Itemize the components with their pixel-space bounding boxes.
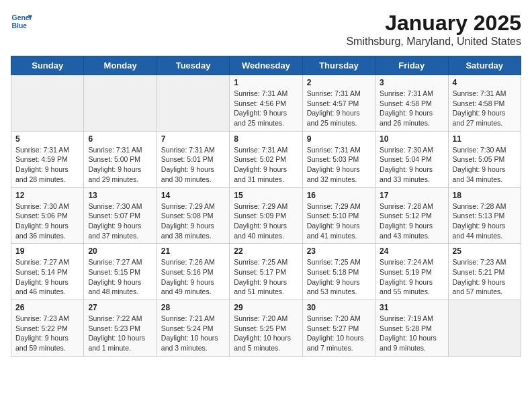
calendar-day-cell: 8Sunrise: 7:31 AM Sunset: 5:02 PM Daylig…	[230, 131, 302, 187]
calendar-day-cell: 12Sunrise: 7:30 AM Sunset: 5:06 PM Dayli…	[11, 187, 84, 244]
calendar-day-cell: 1Sunrise: 7:31 AM Sunset: 4:56 PM Daylig…	[230, 75, 302, 132]
weekday-header-sunday: Sunday	[11, 56, 84, 75]
day-info: Sunrise: 7:29 AM Sunset: 5:10 PM Dayligh…	[307, 201, 371, 241]
location-title: Smithsburg, Maryland, United States	[346, 36, 521, 48]
day-number: 1	[234, 78, 298, 87]
day-info: Sunrise: 7:31 AM Sunset: 5:02 PM Dayligh…	[234, 145, 298, 185]
day-info: Sunrise: 7:30 AM Sunset: 5:05 PM Dayligh…	[453, 145, 517, 185]
day-number: 14	[161, 191, 225, 200]
day-info: Sunrise: 7:31 AM Sunset: 5:01 PM Dayligh…	[161, 145, 225, 185]
calendar-day-cell: 13Sunrise: 7:30 AM Sunset: 5:07 PM Dayli…	[84, 187, 157, 244]
calendar-day-cell: 19Sunrise: 7:27 AM Sunset: 5:14 PM Dayli…	[11, 244, 84, 300]
calendar-day-cell: 27Sunrise: 7:22 AM Sunset: 5:23 PM Dayli…	[84, 300, 157, 357]
calendar-day-cell: 10Sunrise: 7:30 AM Sunset: 5:04 PM Dayli…	[375, 131, 448, 187]
month-title: January 2025	[346, 11, 521, 36]
day-info: Sunrise: 7:31 AM Sunset: 4:57 PM Dayligh…	[307, 89, 371, 128]
day-number: 5	[15, 134, 79, 144]
day-info: Sunrise: 7:25 AM Sunset: 5:17 PM Dayligh…	[234, 257, 298, 297]
weekday-header-monday: Monday	[84, 56, 157, 75]
day-info: Sunrise: 7:31 AM Sunset: 4:59 PM Dayligh…	[15, 145, 79, 185]
day-number: 30	[307, 303, 371, 312]
calendar-day-cell	[448, 300, 521, 357]
svg-text:Blue: Blue	[12, 22, 28, 30]
logo: General Blue	[11, 11, 32, 32]
calendar-day-cell: 20Sunrise: 7:27 AM Sunset: 5:15 PM Dayli…	[84, 244, 157, 300]
day-number: 8	[234, 134, 298, 144]
day-number: 17	[380, 191, 443, 200]
calendar-day-cell: 7Sunrise: 7:31 AM Sunset: 5:01 PM Daylig…	[157, 131, 229, 187]
day-info: Sunrise: 7:22 AM Sunset: 5:23 PM Dayligh…	[88, 314, 152, 353]
calendar-day-cell: 5Sunrise: 7:31 AM Sunset: 4:59 PM Daylig…	[11, 131, 84, 187]
calendar-week-4: 19Sunrise: 7:27 AM Sunset: 5:14 PM Dayli…	[11, 244, 521, 300]
day-number: 10	[380, 134, 443, 144]
calendar-day-cell: 4Sunrise: 7:31 AM Sunset: 4:58 PM Daylig…	[448, 75, 521, 132]
day-info: Sunrise: 7:27 AM Sunset: 5:15 PM Dayligh…	[88, 257, 152, 297]
calendar-day-cell: 11Sunrise: 7:30 AM Sunset: 5:05 PM Dayli…	[448, 131, 521, 187]
day-number: 29	[234, 303, 298, 312]
day-info: Sunrise: 7:24 AM Sunset: 5:19 PM Dayligh…	[380, 257, 443, 297]
calendar-day-cell: 6Sunrise: 7:31 AM Sunset: 5:00 PM Daylig…	[84, 131, 157, 187]
day-info: Sunrise: 7:19 AM Sunset: 5:28 PM Dayligh…	[380, 314, 443, 353]
day-number: 4	[453, 78, 517, 87]
day-info: Sunrise: 7:30 AM Sunset: 5:04 PM Dayligh…	[380, 145, 443, 185]
weekday-header-saturday: Saturday	[448, 56, 521, 75]
calendar-week-3: 12Sunrise: 7:30 AM Sunset: 5:06 PM Dayli…	[11, 187, 521, 244]
day-number: 13	[88, 191, 152, 200]
day-info: Sunrise: 7:31 AM Sunset: 4:56 PM Dayligh…	[234, 89, 298, 128]
calendar-table: SundayMondayTuesdayWednesdayThursdayFrid…	[11, 56, 521, 357]
day-info: Sunrise: 7:31 AM Sunset: 4:58 PM Dayligh…	[380, 89, 443, 128]
day-info: Sunrise: 7:29 AM Sunset: 5:09 PM Dayligh…	[234, 201, 298, 241]
day-number: 7	[161, 134, 225, 144]
day-info: Sunrise: 7:28 AM Sunset: 5:12 PM Dayligh…	[380, 201, 443, 241]
calendar-week-1: 1Sunrise: 7:31 AM Sunset: 4:56 PM Daylig…	[11, 75, 521, 132]
calendar-day-cell: 25Sunrise: 7:23 AM Sunset: 5:21 PM Dayli…	[448, 244, 521, 300]
weekday-header-friday: Friday	[375, 56, 448, 75]
day-info: Sunrise: 7:27 AM Sunset: 5:14 PM Dayligh…	[15, 257, 79, 297]
day-number: 15	[234, 191, 298, 200]
day-number: 26	[15, 303, 79, 312]
day-number: 22	[234, 246, 298, 256]
calendar-day-cell: 26Sunrise: 7:23 AM Sunset: 5:22 PM Dayli…	[11, 300, 84, 357]
calendar-day-cell: 21Sunrise: 7:26 AM Sunset: 5:16 PM Dayli…	[157, 244, 229, 300]
day-number: 18	[453, 191, 517, 200]
day-number: 9	[307, 134, 371, 144]
calendar-day-cell: 14Sunrise: 7:29 AM Sunset: 5:08 PM Dayli…	[157, 187, 229, 244]
day-number: 6	[88, 134, 152, 144]
day-info: Sunrise: 7:31 AM Sunset: 5:03 PM Dayligh…	[307, 145, 371, 185]
day-number: 31	[380, 303, 443, 312]
weekday-header-wednesday: Wednesday	[230, 56, 302, 75]
weekday-header-thursday: Thursday	[302, 56, 375, 75]
calendar-day-cell: 18Sunrise: 7:28 AM Sunset: 5:13 PM Dayli…	[448, 187, 521, 244]
header: General Blue January 2025 Smithsburg, Ma…	[11, 11, 521, 48]
day-number: 25	[453, 246, 517, 256]
weekday-header-row: SundayMondayTuesdayWednesdayThursdayFrid…	[11, 56, 521, 75]
day-number: 21	[161, 246, 225, 256]
calendar-day-cell: 31Sunrise: 7:19 AM Sunset: 5:28 PM Dayli…	[375, 300, 448, 357]
day-info: Sunrise: 7:25 AM Sunset: 5:18 PM Dayligh…	[307, 257, 371, 297]
day-info: Sunrise: 7:20 AM Sunset: 5:27 PM Dayligh…	[307, 314, 371, 353]
day-number: 23	[307, 246, 371, 256]
day-number: 28	[161, 303, 225, 312]
day-info: Sunrise: 7:20 AM Sunset: 5:25 PM Dayligh…	[234, 314, 298, 353]
day-number: 3	[380, 78, 443, 87]
day-info: Sunrise: 7:30 AM Sunset: 5:07 PM Dayligh…	[88, 201, 152, 241]
calendar-day-cell: 30Sunrise: 7:20 AM Sunset: 5:27 PM Dayli…	[302, 300, 375, 357]
day-info: Sunrise: 7:31 AM Sunset: 5:00 PM Dayligh…	[88, 145, 152, 185]
day-number: 24	[380, 246, 443, 256]
day-info: Sunrise: 7:29 AM Sunset: 5:08 PM Dayligh…	[161, 201, 225, 241]
title-section: January 2025 Smithsburg, Maryland, Unite…	[346, 11, 521, 48]
calendar-day-cell: 28Sunrise: 7:21 AM Sunset: 5:24 PM Dayli…	[157, 300, 229, 357]
calendar-day-cell: 3Sunrise: 7:31 AM Sunset: 4:58 PM Daylig…	[375, 75, 448, 132]
day-number: 16	[307, 191, 371, 200]
calendar-day-cell	[11, 75, 84, 132]
day-info: Sunrise: 7:28 AM Sunset: 5:13 PM Dayligh…	[453, 201, 517, 241]
day-number: 11	[453, 134, 517, 144]
calendar-day-cell: 16Sunrise: 7:29 AM Sunset: 5:10 PM Dayli…	[302, 187, 375, 244]
calendar-day-cell	[84, 75, 157, 132]
day-number: 20	[88, 246, 152, 256]
day-info: Sunrise: 7:31 AM Sunset: 4:58 PM Dayligh…	[453, 89, 517, 128]
day-number: 27	[88, 303, 152, 312]
day-number: 12	[15, 191, 79, 200]
day-info: Sunrise: 7:23 AM Sunset: 5:21 PM Dayligh…	[453, 257, 517, 297]
calendar-day-cell: 17Sunrise: 7:28 AM Sunset: 5:12 PM Dayli…	[375, 187, 448, 244]
